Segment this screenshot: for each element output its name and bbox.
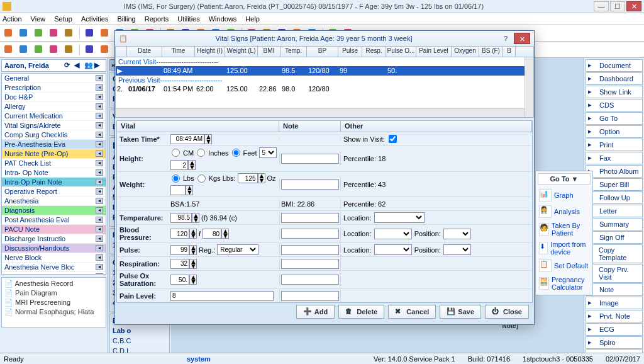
- menu-help[interactable]: Help: [245, 15, 260, 23]
- doc-item[interactable]: 📄 MRI Prescreening: [3, 298, 104, 307]
- toolbar-icon[interactable]: [84, 27, 96, 40]
- right-nav-item[interactable]: ▸Letter: [586, 205, 643, 217]
- toolbar-icon[interactable]: [84, 43, 96, 56]
- taken-by-patient-button[interactable]: 🧑Taken By Patient: [538, 220, 591, 239]
- goto-button[interactable]: Go To ▼: [538, 173, 591, 185]
- pox-note[interactable]: [281, 275, 339, 285]
- navigator-item[interactable]: Intra- Op Note◂: [2, 168, 106, 178]
- pox-input[interactable]: ▲▼: [170, 275, 197, 285]
- right-nav-item[interactable]: ▸Prvt. Note: [586, 310, 643, 322]
- height-inch-input[interactable]: ▲▼: [170, 160, 196, 170]
- pulse-location-select[interactable]: [374, 244, 412, 255]
- menu-view[interactable]: View: [31, 15, 46, 23]
- navigator-item[interactable]: Vital Signs/Aldrete◂: [2, 121, 106, 130]
- doc-item[interactable]: 📄 Anesthesia Record: [3, 279, 104, 288]
- navigator-item[interactable]: Post Op Call◂: [2, 272, 106, 275]
- toolbar-icon[interactable]: [99, 43, 111, 56]
- navigator-item[interactable]: PACU Note◂: [2, 225, 106, 234]
- cycle-icon[interactable]: ⟳: [64, 61, 73, 70]
- temp-input[interactable]: ▲▼: [170, 213, 199, 223]
- height-in-radio[interactable]: [197, 149, 205, 157]
- navigator-item[interactable]: Pre-Anesthesia Eva◂: [2, 140, 106, 149]
- doc-item[interactable]: 📄 Normal Esophagus; Hiata: [3, 307, 104, 317]
- pulse-reg-select[interactable]: Regular: [217, 244, 258, 255]
- right-nav-item[interactable]: ▸Super Bill: [586, 178, 643, 191]
- navigator-item[interactable]: General◂: [2, 74, 106, 83]
- analysis-button[interactable]: 👩‍⚕️Analysis: [538, 203, 591, 220]
- menu-action[interactable]: Action: [3, 15, 22, 23]
- import-device-button[interactable]: ⬇Import from device: [538, 239, 591, 258]
- visit-row[interactable]: 2. 01/06/17 01:54 PM 62.00 125.00 22.86 …: [116, 84, 533, 93]
- toolbar-icon[interactable]: [48, 27, 60, 40]
- graph-button[interactable]: 📊Graph: [538, 187, 591, 203]
- navigator-item[interactable]: Intra-Op Pain Note◂: [2, 178, 106, 187]
- grid-col[interactable]: BMI: [258, 47, 280, 57]
- pulse-note[interactable]: [281, 245, 339, 255]
- temp-location-select[interactable]: [374, 212, 425, 223]
- right-nav-item[interactable]: ▸ECG: [586, 323, 643, 336]
- visit-row[interactable]: ▶ 08:49 AM 125.00 98.5 120/80 99 50.: [116, 66, 533, 76]
- toolbar-icon[interactable]: [18, 27, 30, 40]
- navigator-item[interactable]: Discharge Instructio◂: [2, 234, 106, 244]
- menu-windows[interactable]: Windows: [209, 15, 237, 23]
- add-button[interactable]: ➕Add: [296, 305, 335, 319]
- grid-col[interactable]: Pain Level: [416, 47, 452, 57]
- menu-activities[interactable]: Activities: [81, 15, 108, 23]
- navigator-item[interactable]: PAT Check List◂: [2, 159, 106, 168]
- navigator-item[interactable]: Diagnosis◂: [2, 206, 106, 215]
- help-button[interactable]: ?: [500, 35, 511, 42]
- weight-lbs-input[interactable]: ▲▼: [238, 173, 265, 183]
- menu-utilities[interactable]: Utilities: [177, 15, 199, 23]
- navigator-item[interactable]: Comp Surg Checklis◂: [2, 130, 106, 140]
- people-icon[interactable]: 👥: [84, 61, 93, 70]
- pregnancy-calc-button[interactable]: 🧮Pregnancy Calculator: [538, 274, 591, 293]
- modal-close-button[interactable]: ✕: [514, 33, 530, 44]
- pulse-position-select[interactable]: [443, 244, 471, 255]
- temp-note[interactable]: [281, 213, 339, 223]
- bp-note[interactable]: [281, 229, 339, 239]
- navigator-item[interactable]: Post Anesthesia Eval◂: [2, 215, 106, 225]
- right-nav-item[interactable]: ▸Show Link: [586, 86, 643, 98]
- minimize-button[interactable]: —: [594, 1, 609, 11]
- doc-item[interactable]: 📄 Pain Diagram: [3, 288, 104, 298]
- right-nav-item[interactable]: ▸Note: [586, 283, 643, 296]
- grid-col[interactable]: Weight (L): [225, 47, 258, 57]
- resp-note[interactable]: [281, 259, 339, 269]
- toolbar-icon[interactable]: [63, 27, 75, 40]
- grid-col[interactable]: Height (I): [195, 47, 225, 57]
- toolbar-icon[interactable]: [48, 43, 60, 56]
- taken-time-input[interactable]: ▲▼: [170, 134, 212, 144]
- navigator-item[interactable]: Prescription◂: [2, 83, 106, 93]
- maximize-button[interactable]: ☐: [610, 1, 625, 11]
- menu-reports[interactable]: Reports: [145, 15, 169, 23]
- bp-location-select[interactable]: [374, 229, 412, 239]
- toolbar-icon[interactable]: [18, 43, 30, 56]
- save-button[interactable]: 💾Save: [440, 305, 481, 319]
- navigator-item[interactable]: Current Medication◂: [2, 111, 106, 121]
- height-cm-radio[interactable]: [172, 149, 180, 157]
- navigator-item[interactable]: Operative Report◂: [2, 187, 106, 196]
- resp-input[interactable]: ▲▼: [170, 259, 197, 269]
- h-scrollbar[interactable]: [116, 108, 525, 117]
- navigator-item[interactable]: Allergy◂: [2, 102, 106, 111]
- grid-col[interactable]: BS (F): [479, 47, 503, 57]
- right-nav-item[interactable]: ▸Spiro: [586, 336, 643, 349]
- toolbar-icon[interactable]: [99, 27, 111, 40]
- menu-setup[interactable]: Setup: [54, 15, 72, 23]
- grid-col[interactable]: Pulse O...: [386, 47, 416, 57]
- grid-col[interactable]: Pulse: [338, 47, 362, 57]
- right-nav-item[interactable]: ▸CDS: [586, 99, 643, 111]
- grid-col[interactable]: B: [503, 47, 516, 57]
- bp-sys-input[interactable]: ▲▼: [170, 229, 197, 239]
- v-scrollbar[interactable]: [525, 57, 533, 117]
- right-nav-item[interactable]: ▸Image: [586, 297, 643, 309]
- grid-col[interactable]: Oxygen: [452, 47, 479, 57]
- cancel-button[interactable]: ✖Cancel: [388, 305, 436, 319]
- navigator-item[interactable]: Anesthesia Nerve Bloc◂: [2, 263, 106, 272]
- patient-name-box[interactable]: Aaron, Freida ⟳ ◀ 👥 ▶: [1, 59, 106, 72]
- close-button[interactable]: ⏻Close: [485, 305, 529, 319]
- weight-oz-input[interactable]: ▲▼: [170, 185, 193, 195]
- navigator-item[interactable]: Discussion/Handouts◂: [2, 244, 106, 253]
- right-nav-item[interactable]: ▸Dashboard: [586, 72, 643, 85]
- height-ft-radio[interactable]: [232, 149, 240, 157]
